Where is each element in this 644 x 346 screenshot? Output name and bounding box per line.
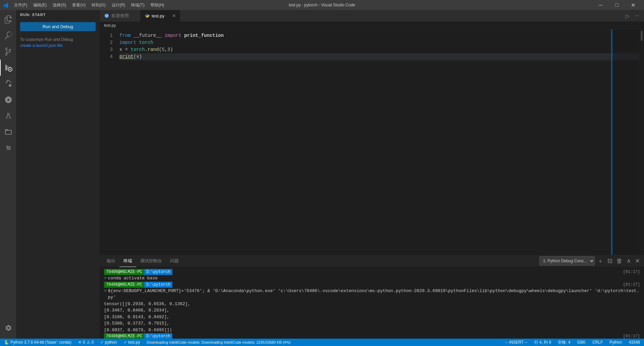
terminal-tab-terminal[interactable]: 终端 bbox=[119, 255, 136, 267]
scrollbar-indicator bbox=[611, 29, 612, 255]
status-downloading: Downloading IntelliCode models: Download… bbox=[145, 340, 292, 344]
status-spaces[interactable]: 空格: 4 bbox=[556, 340, 572, 345]
status-language[interactable]: Python bbox=[608, 340, 623, 345]
status-right: -- INSERT -- 行 4, 列 9 空格: 4 GBK CRLF Pyt… bbox=[504, 340, 641, 345]
code-line-3: x = torch.rand(5,3) bbox=[119, 46, 644, 53]
sidebar-header: RUN: START bbox=[16, 10, 100, 19]
run-debug-icon[interactable] bbox=[0, 60, 16, 76]
terminal-line-3: 70406@HOLMZE-PC D:\pytorch [01:17] bbox=[104, 282, 640, 288]
number-label: 43348 bbox=[629, 340, 640, 345]
scrollbar-thumb[interactable] bbox=[641, 31, 643, 41]
terminal-user-3: 70406@HOLMZE-PC bbox=[104, 333, 144, 339]
terminal-add-button[interactable]: ＋ bbox=[596, 256, 605, 266]
titlebar-buttons: ─ □ ✕ bbox=[593, 0, 641, 10]
menu-select[interactable]: 选择(S) bbox=[50, 2, 69, 9]
menu-file[interactable]: 文件(F) bbox=[11, 2, 30, 9]
app-body: 知 RUN: START Run and Debug To customize … bbox=[0, 10, 644, 339]
status-line-ending[interactable]: CRLF bbox=[591, 340, 604, 345]
menu-view[interactable]: 查看(V) bbox=[69, 2, 88, 9]
code-content[interactable]: from __future__ import print_function im… bbox=[117, 29, 644, 255]
source-control-icon[interactable] bbox=[0, 44, 16, 60]
explorer-icon[interactable] bbox=[0, 11, 16, 27]
close-button[interactable]: ✕ bbox=[625, 0, 641, 10]
line-col-label: 行 4, 列 9 bbox=[534, 340, 551, 345]
terminal-dropdown[interactable]: 1: Python Debug Cons... bbox=[539, 256, 595, 266]
terminal-time-1: [01:17] bbox=[623, 269, 640, 275]
status-left: 🐍 Python 3.7.6 64-bit ('base': conda) ✕ … bbox=[3, 340, 292, 345]
terminal-output-5: [0.0937, 0.0679, 0.6995]]) bbox=[104, 327, 640, 334]
status-line-col[interactable]: 行 4, 列 9 bbox=[533, 340, 553, 345]
menu-edit[interactable]: 编辑(E) bbox=[31, 2, 49, 9]
minimap bbox=[612, 29, 639, 255]
terminal-path-2: D:\pytorch bbox=[144, 282, 172, 288]
language-label: Python bbox=[609, 340, 622, 345]
terminal-tab-problems[interactable]: 问题 bbox=[166, 255, 183, 267]
menu-goto[interactable]: 转到(G) bbox=[89, 2, 108, 9]
tab-close-button[interactable]: ✕ bbox=[172, 13, 176, 18]
python-file-icon bbox=[144, 13, 150, 18]
maximize-button[interactable]: □ bbox=[609, 0, 625, 10]
vertical-scrollbar[interactable] bbox=[639, 29, 644, 255]
menu-run[interactable]: 运行(R) bbox=[109, 2, 128, 9]
warning-icon: ⚠ bbox=[87, 340, 90, 345]
encoding-label: GBK bbox=[577, 340, 586, 345]
line-numbers: 1 2 3 4 bbox=[100, 29, 117, 255]
extensions-icon[interactable] bbox=[0, 76, 16, 92]
create-launch-json-link[interactable]: create a launch.json file. bbox=[20, 43, 63, 48]
terminal-cmd-1: conda activate base bbox=[108, 275, 158, 282]
tab-testpy[interactable]: test.py ✕ bbox=[140, 10, 180, 22]
code-editor[interactable]: 1 2 3 4 from __future__ import print_fun… bbox=[100, 29, 644, 255]
titlebar-left: 文件(F) 编辑(E) 选择(S) 查看(V) 转到(G) 运行(R) 终端(T… bbox=[3, 2, 167, 9]
menu-help[interactable]: 帮助(H) bbox=[148, 2, 167, 9]
status-mode: -- INSERT -- bbox=[504, 340, 529, 345]
terminal-body[interactable]: 70406@HOLMZE-PC D:\pytorch [01:17] > con… bbox=[100, 267, 644, 339]
python-version: Python 3.7.6 64-bit ('base': conda) bbox=[10, 340, 71, 345]
run-and-debug-button[interactable]: Run and Debug bbox=[20, 22, 96, 31]
terminal-output-1: tensor([[0.2938, 0.6536, 0.1362], bbox=[104, 301, 640, 307]
spaces-label: 空格: 4 bbox=[558, 340, 570, 345]
settings-icon[interactable] bbox=[0, 320, 16, 336]
status-python[interactable]: 🐍 Python 3.7.6 64-bit ('base': conda) bbox=[3, 340, 73, 345]
status-bar: 🐍 Python 3.7.6 64-bit ('base': conda) ✕ … bbox=[0, 339, 644, 346]
file-check-label: ✓ test.py bbox=[124, 340, 140, 345]
terminal-user: 70406@HOLMZE-PC bbox=[104, 269, 144, 275]
terminal-path-3: D:\pytorch bbox=[144, 333, 172, 339]
tab-welcome-label: 欢迎使用 bbox=[111, 13, 129, 19]
terminal-tab-debug[interactable]: 调试控制台 bbox=[136, 255, 166, 267]
terminal-tab-actions: 1: Python Debug Cons... ＋ ⊟ 🗑 ∧ ✕ bbox=[539, 256, 641, 266]
terminal-maximize-button[interactable]: ∧ bbox=[625, 256, 632, 266]
terminal-time-3: [01:17] bbox=[623, 333, 640, 339]
zhihu-icon[interactable]: 知 bbox=[0, 140, 16, 156]
folder-browse-icon[interactable] bbox=[0, 124, 16, 140]
terminal-delete-button[interactable]: 🗑 bbox=[615, 256, 624, 266]
terminal-tab-output[interactable]: 输出 bbox=[103, 255, 119, 267]
line-ending-label: CRLF bbox=[592, 340, 603, 345]
tab-testpy-label: test.py bbox=[152, 13, 164, 18]
terminal-output-2: [0.3467, 0.8408, 0.2834], bbox=[104, 307, 640, 314]
welcome-icon bbox=[104, 13, 109, 18]
error-icon: ✕ bbox=[78, 340, 82, 345]
downloading-label: Downloading IntelliCode models: Download… bbox=[147, 340, 290, 344]
terminal-path: D:\pytorch bbox=[144, 269, 172, 275]
search-icon[interactable] bbox=[0, 27, 16, 44]
remote-icon[interactable] bbox=[0, 92, 16, 108]
minimize-button[interactable]: ─ bbox=[593, 0, 608, 10]
error-count: 0 bbox=[83, 340, 85, 345]
more-button[interactable]: ··· bbox=[633, 12, 641, 20]
terminal-line-final: 70406@HOLMZE-PC D:\pytorch [01:17] bbox=[104, 333, 640, 339]
menu-terminal[interactable]: 终端(T) bbox=[128, 2, 147, 9]
tab-welcome[interactable]: 欢迎使用 bbox=[100, 10, 140, 22]
terminal-time-2: [01:17] bbox=[623, 282, 640, 288]
flask-icon[interactable] bbox=[0, 108, 16, 124]
terminal-close-button[interactable]: ✕ bbox=[634, 256, 641, 266]
run-button[interactable]: ▷ bbox=[624, 12, 632, 20]
status-encoding[interactable]: GBK bbox=[576, 340, 587, 345]
status-python-check[interactable]: ✓ python bbox=[99, 340, 118, 345]
status-file-check[interactable]: ✓ test.py bbox=[122, 340, 142, 345]
sidebar-description: To customize Run and Debug create a laun… bbox=[16, 34, 100, 51]
titlebar: 文件(F) 编辑(E) 选择(S) 查看(V) 转到(G) 运行(R) 终端(T… bbox=[0, 0, 644, 10]
terminal-output-4: [0.5300, 0.3737, 0.7915], bbox=[104, 320, 640, 327]
tab-bar: 欢迎使用 test.py ✕ ▷ ··· bbox=[100, 10, 644, 22]
terminal-split-button[interactable]: ⊟ bbox=[606, 256, 614, 266]
status-errors[interactable]: ✕ 0 ⚠ 0 bbox=[77, 340, 95, 345]
